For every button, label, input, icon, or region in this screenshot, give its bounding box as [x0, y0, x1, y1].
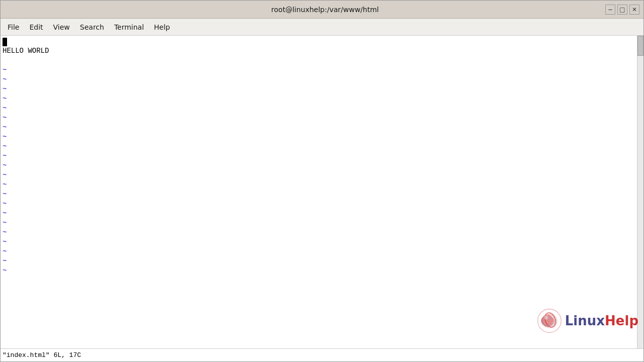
- tilde-22: ~: [3, 266, 641, 276]
- empty-line: [3, 56, 641, 65]
- minimize-button[interactable]: −: [605, 5, 615, 15]
- text-cursor: [3, 38, 7, 46]
- editor-area[interactable]: HELLO WORLD ~ ~ ~ ~ ~ ~ ~ ~ ~ ~ ~ ~ ~ ~ …: [1, 37, 643, 347]
- close-button[interactable]: ✕: [629, 5, 639, 15]
- tilde-21: ~: [3, 256, 641, 266]
- title-bar: root@linuxhelp:/var/www/html − □ ✕: [1, 1, 643, 19]
- tilde-6: ~: [3, 113, 641, 123]
- content-line-1: HELLO WORLD: [3, 46, 641, 56]
- menu-bar: File Edit View Search Terminal Help: [1, 19, 643, 36]
- scrollbar[interactable]: [637, 36, 643, 348]
- tilde-10: ~: [3, 151, 641, 161]
- tilde-13: ~: [3, 180, 641, 190]
- status-text: "index.html" 6L, 17C: [3, 351, 81, 359]
- window-title: root@linuxhelp:/var/www/html: [45, 6, 605, 14]
- menu-file[interactable]: File: [3, 21, 24, 33]
- tilde-5: ~: [3, 104, 641, 113]
- menu-help[interactable]: Help: [149, 21, 175, 33]
- tilde-4: ~: [3, 94, 641, 104]
- tilde-2: ~: [3, 75, 641, 84]
- maximize-button[interactable]: □: [617, 5, 627, 15]
- terminal-content[interactable]: HELLO WORLD ~ ~ ~ ~ ~ ~ ~ ~ ~ ~ ~ ~ ~ ~ …: [1, 36, 643, 348]
- terminal-window: root@linuxhelp:/var/www/html − □ ✕ File …: [0, 0, 644, 362]
- tilde-1: ~: [3, 65, 641, 75]
- tilde-11: ~: [3, 161, 641, 170]
- tilde-3: ~: [3, 84, 641, 94]
- tilde-9: ~: [3, 142, 641, 151]
- tilde-7: ~: [3, 123, 641, 132]
- tilde-20: ~: [3, 247, 641, 256]
- tilde-8: ~: [3, 132, 641, 142]
- tilde-17: ~: [3, 218, 641, 228]
- tilde-19: ~: [3, 237, 641, 247]
- tilde-16: ~: [3, 209, 641, 218]
- status-bar: "index.html" 6L, 17C: [1, 348, 643, 361]
- menu-view[interactable]: View: [48, 21, 75, 33]
- tilde-12: ~: [3, 170, 641, 180]
- window-controls: − □ ✕: [605, 5, 639, 15]
- tilde-lines: ~ ~ ~ ~ ~ ~ ~ ~ ~ ~ ~ ~ ~ ~ ~ ~ ~ ~ ~ ~: [3, 65, 641, 276]
- cursor-line: [3, 38, 641, 46]
- menu-terminal[interactable]: Terminal: [109, 21, 149, 33]
- menu-search[interactable]: Search: [75, 21, 109, 33]
- tilde-15: ~: [3, 199, 641, 209]
- tilde-14: ~: [3, 190, 641, 199]
- tilde-18: ~: [3, 228, 641, 237]
- scrollbar-thumb[interactable]: [637, 36, 643, 56]
- menu-edit[interactable]: Edit: [24, 21, 48, 33]
